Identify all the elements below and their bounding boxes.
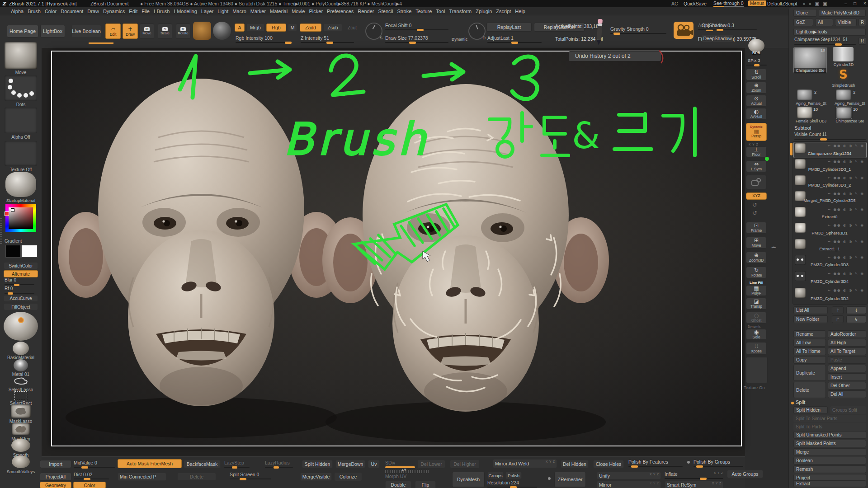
polish-by-groups-slider[interactable]: Polish By Groups bbox=[693, 459, 743, 467]
alpha-slot[interactable] bbox=[5, 108, 37, 133]
rgb-intensity-slider[interactable]: Rgb Intensity 100 bbox=[236, 35, 289, 43]
zoom3d-button[interactable]: ⊕Zoom3D bbox=[746, 252, 767, 263]
menu-item[interactable]: I-Modeling bbox=[174, 9, 197, 14]
menu-item[interactable]: Draw bbox=[87, 9, 99, 14]
auto-reorder-button[interactable]: AutoReorder bbox=[828, 330, 866, 338]
rotate-mode-button[interactable]: R Rotate bbox=[176, 23, 190, 39]
smooth-valleys-thumbnail[interactable] bbox=[12, 455, 30, 468]
mirror-and-weld-button[interactable]: Mirror And Weld X Y Z bbox=[493, 459, 557, 468]
sdiv-step-arrows[interactable]: ▲▼ bbox=[401, 468, 406, 472]
move-down-section-icon[interactable]: ↳ bbox=[846, 315, 866, 323]
accucurve-button[interactable]: AccuCurve bbox=[4, 295, 38, 302]
ghost-button[interactable]: ○Ghost bbox=[746, 312, 767, 324]
color-tab[interactable]: Color bbox=[73, 482, 106, 488]
del-all-button[interactable]: Del All bbox=[828, 390, 866, 398]
rf-slider[interactable]: Rf 0 bbox=[5, 286, 34, 294]
texture-slot-thumbnail[interactable] bbox=[746, 357, 768, 383]
zsub-toggle[interactable]: Zsub bbox=[323, 23, 342, 32]
transparency-button[interactable]: ◪Transp bbox=[746, 298, 767, 310]
scroll-button[interactable]: ⇅Scroll bbox=[746, 69, 767, 80]
paint-a-toggle[interactable]: A bbox=[235, 23, 245, 32]
gradient-label[interactable]: Gradient bbox=[5, 239, 41, 244]
menu-item[interactable]: Texture bbox=[415, 9, 432, 14]
zadd-toggle[interactable]: Zadd bbox=[300, 23, 321, 32]
tool-item-thumbnail[interactable] bbox=[797, 89, 812, 100]
delete-dock-button[interactable]: Delete bbox=[177, 473, 216, 481]
stroke-type-thumbnail[interactable] bbox=[5, 75, 37, 101]
live-boolean-button[interactable]: Live Boolean bbox=[71, 25, 101, 38]
r-button[interactable]: R bbox=[859, 37, 866, 45]
switch-color-button[interactable]: SwitchColor bbox=[4, 262, 38, 269]
alternate-button[interactable]: Alternate bbox=[4, 270, 38, 277]
polish-button[interactable]: Polish bbox=[505, 472, 522, 479]
default-zscript-button[interactable]: DefaultZScript bbox=[767, 1, 797, 6]
auto-groups-button[interactable]: Auto Groups bbox=[727, 470, 763, 478]
goz-button[interactable]: GoZ bbox=[793, 19, 813, 26]
persp-button[interactable]: Dynamic ▦ Persp bbox=[746, 123, 767, 141]
boolean-button[interactable]: Boolean bbox=[793, 457, 866, 465]
r-button[interactable]: R bbox=[859, 19, 866, 26]
xyz-axis-button[interactable]: XYZ bbox=[746, 192, 767, 200]
menu-item[interactable]: Edit bbox=[129, 9, 137, 14]
menu-item[interactable]: I-Brush bbox=[154, 9, 170, 14]
menu-item[interactable]: Preferences bbox=[327, 9, 354, 14]
move-down-icon[interactable]: ↓ bbox=[846, 306, 866, 314]
dynamic-dial-icon[interactable]: D bbox=[468, 23, 486, 40]
clone-button[interactable]: Clone bbox=[793, 9, 817, 17]
xpose-button[interactable]: ∷Xpose bbox=[746, 342, 767, 355]
pencil-icon[interactable] bbox=[593, 18, 606, 46]
menu-item[interactable]: Material bbox=[270, 9, 288, 14]
paste-button[interactable]: Paste bbox=[828, 356, 866, 364]
home-page-button[interactable]: Home Page bbox=[7, 25, 38, 38]
merge-down-button[interactable]: MergeDown bbox=[335, 460, 365, 468]
z-intensity-slider[interactable]: Z Intensity 51 bbox=[301, 35, 354, 43]
obj-shadow-slider[interactable]: ObjShadow 0.3 bbox=[702, 23, 755, 30]
min-connected-button[interactable]: Min Connected P bbox=[118, 473, 166, 481]
rename-button[interactable]: Rename bbox=[793, 330, 826, 338]
backface-mask-button[interactable]: BackfaceMask bbox=[184, 460, 221, 468]
zoom-button[interactable]: ⊕Zoom bbox=[746, 82, 767, 94]
main-color-swatch[interactable] bbox=[5, 245, 21, 258]
inflate-slider[interactable]: Inflate X Y Z bbox=[665, 471, 723, 479]
move-up-icon[interactable]: ↑ bbox=[832, 306, 844, 314]
append-button[interactable]: Append bbox=[828, 365, 866, 372]
mask-pen-thumbnail[interactable] bbox=[12, 423, 30, 435]
copy-button[interactable]: Copy bbox=[793, 356, 826, 364]
split-masked-button[interactable]: Split Masked Points bbox=[793, 440, 866, 447]
metal-material-thumbnail[interactable] bbox=[14, 359, 28, 371]
draw-size-preview-sphere[interactable] bbox=[4, 312, 38, 341]
make-polymesh3d-button[interactable]: Make PolyMesh3D bbox=[819, 9, 866, 17]
menu-item[interactable]: Stroke bbox=[397, 9, 411, 14]
focal-shift-slider[interactable]: Focal Shift 0 bbox=[385, 23, 448, 30]
floor-button[interactable]: ⊥Floor bbox=[746, 146, 767, 157]
gravity-strength-slider[interactable]: Gravity Strength 0 bbox=[610, 26, 666, 34]
remesh-button[interactable]: Remesh bbox=[793, 465, 866, 473]
spix-slider[interactable]: SPix 3 bbox=[746, 58, 767, 66]
del-lower-button[interactable]: Del Lower bbox=[418, 460, 445, 468]
del-higher-button[interactable]: Del Higher bbox=[450, 460, 479, 468]
menu-item[interactable]: File bbox=[142, 9, 150, 14]
rotate-z-icon[interactable]: ↺ bbox=[752, 210, 757, 216]
unify-button[interactable]: Unify X Y Z bbox=[597, 472, 661, 479]
menu-item[interactable]: Dynamics bbox=[103, 9, 125, 14]
subtool-scroll-marker[interactable] bbox=[790, 143, 793, 155]
sdiv-hatch-strip[interactable] bbox=[385, 470, 429, 473]
simple-brush-glyph[interactable]: S bbox=[839, 68, 848, 81]
dynamesh-mode-dot[interactable] bbox=[548, 477, 551, 480]
visible-count-slider[interactable]: Visible Count 11 bbox=[794, 132, 866, 140]
polyframe-button[interactable]: ▦PolyF bbox=[746, 285, 767, 296]
tool-item-thumbnail[interactable] bbox=[833, 47, 854, 61]
menus-toggle-button[interactable]: Menus bbox=[748, 0, 766, 6]
move-brush-thumbnail[interactable] bbox=[5, 42, 37, 69]
replay-last-button[interactable]: ReplayLast bbox=[486, 23, 532, 32]
tool-item-thumbnail[interactable] bbox=[836, 89, 851, 100]
hue-cursor[interactable] bbox=[5, 211, 9, 216]
menu-item[interactable]: Zscript bbox=[496, 9, 511, 14]
all-to-home-button[interactable]: All To Home bbox=[793, 347, 826, 355]
del-other-button[interactable]: Del Other bbox=[828, 382, 866, 389]
lightbox-button[interactable]: LightBox bbox=[40, 25, 65, 38]
smooth-brush-thumbnail[interactable] bbox=[11, 439, 30, 452]
split-unmasked-button[interactable]: Split Unmasked Points bbox=[793, 431, 866, 439]
deep-shadow-button[interactable]: DeepShadow bbox=[702, 34, 733, 42]
edit-mode-button[interactable]: ▱ Edit bbox=[105, 23, 121, 39]
